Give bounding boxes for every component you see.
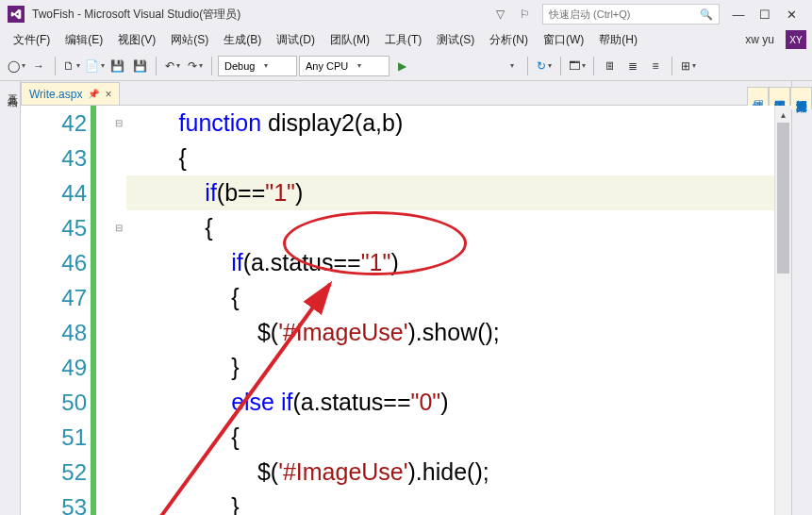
nav-back-button[interactable]: ◯: [6, 56, 26, 76]
fold-toggle: [111, 420, 126, 455]
code-line[interactable]: {: [126, 210, 774, 245]
minimize-button[interactable]: —: [725, 4, 752, 25]
vs-logo-icon: [8, 6, 25, 23]
code-line[interactable]: {: [126, 141, 774, 175]
fold-toggle: [111, 490, 126, 515]
menu-site[interactable]: 网站(S): [163, 29, 216, 51]
platform-combo[interactable]: Any CPU: [299, 56, 389, 76]
line-number-gutter: 424344454647484950515253: [21, 106, 111, 515]
menu-edit[interactable]: 编辑(E): [58, 29, 110, 51]
nav-forward-button[interactable]: →: [28, 56, 49, 76]
line-number: 45: [21, 210, 87, 245]
fold-toggle: [111, 315, 126, 350]
code-line[interactable]: }: [126, 350, 774, 385]
fold-toggle[interactable]: ⊟: [111, 210, 126, 245]
outdent-button[interactable]: ≡: [645, 56, 666, 76]
fold-toggle: [111, 245, 126, 280]
window-title: TwoFish - Microsoft Visual Studio(管理员): [32, 7, 488, 23]
indent-button[interactable]: ≣: [622, 56, 643, 76]
line-number: 43: [21, 141, 87, 175]
toolbox-tab[interactable]: 工具箱: [0, 81, 21, 515]
right-tool-tabs: 解决方案资源管理器 团队资源管理器 属性: [791, 81, 812, 515]
line-number: 51: [21, 420, 87, 455]
document-tabs: Write.aspx 📌 ×: [21, 81, 791, 106]
feedback-icon[interactable]: ⚐: [516, 6, 533, 23]
menu-tools[interactable]: 工具(T): [377, 29, 429, 51]
undo-button[interactable]: ↶: [162, 56, 183, 76]
code-line[interactable]: else if(a.status=="0"): [126, 385, 774, 420]
separator: [671, 57, 672, 75]
pin-icon[interactable]: 📌: [88, 89, 99, 99]
code-line[interactable]: function display2(a,b): [126, 106, 774, 141]
menu-window[interactable]: 窗口(W): [536, 29, 591, 51]
properties-button[interactable]: 🗏: [600, 56, 621, 76]
fold-column: ⊟⊟: [111, 106, 126, 515]
code-line[interactable]: $('#ImageUse').show();: [126, 315, 774, 350]
config-combo[interactable]: Debug: [218, 56, 297, 76]
code-line[interactable]: $('#ImageUse').hide();: [126, 455, 774, 490]
add-item-button[interactable]: 📄: [84, 56, 105, 76]
code-line[interactable]: if(b=="1"): [126, 175, 774, 210]
save-button[interactable]: 💾: [107, 56, 127, 76]
fold-toggle: [111, 280, 126, 315]
separator: [593, 57, 594, 75]
line-number: 50: [21, 385, 87, 420]
fold-toggle: [111, 455, 126, 490]
separator: [156, 57, 157, 75]
line-number: 53: [21, 490, 87, 515]
line-number: 47: [21, 280, 87, 315]
close-tab-icon[interactable]: ×: [105, 88, 111, 101]
close-button[interactable]: ✕: [778, 4, 804, 25]
search-icon: 🔍: [700, 8, 713, 21]
separator: [211, 57, 212, 75]
menu-team[interactable]: 团队(M): [323, 29, 377, 51]
line-number: 49: [21, 350, 87, 385]
separator: [527, 57, 528, 75]
user-name[interactable]: xw yu: [737, 30, 782, 49]
quick-launch-input[interactable]: 快速启动 (Ctrl+Q)🔍: [542, 4, 720, 25]
start-options[interactable]: [501, 56, 522, 76]
toolbar: ◯ → 🗋 📄 💾 💾 ↶ ↷ Debug Any CPU ▶ ↻ 🗔 🗏 ≣ …: [0, 51, 812, 81]
fold-toggle: [111, 350, 126, 385]
new-project-button[interactable]: 🗋: [61, 56, 82, 76]
code-editor[interactable]: function display2(a,b) { if(b=="1") { if…: [126, 106, 774, 515]
scroll-up-icon[interactable]: ▴: [775, 106, 791, 123]
menu-help[interactable]: 帮助(H): [591, 29, 645, 51]
browser-link-button[interactable]: ↻: [534, 56, 555, 76]
menu-analyze[interactable]: 分析(N): [482, 29, 536, 51]
code-line[interactable]: {: [126, 420, 774, 455]
code-line[interactable]: if(a.status=="1"): [126, 245, 774, 280]
start-label: [414, 57, 499, 75]
separator: [560, 57, 561, 75]
code-line[interactable]: {: [126, 280, 774, 315]
user-badge[interactable]: XY: [786, 30, 806, 49]
redo-button[interactable]: ↷: [185, 56, 206, 76]
menu-file[interactable]: 文件(F): [6, 29, 58, 51]
comment-button[interactable]: ⊞: [678, 56, 699, 76]
solution-explorer-tab[interactable]: 解决方案资源管理器: [790, 87, 812, 109]
save-all-button[interactable]: 💾: [129, 56, 150, 76]
line-number: 52: [21, 455, 87, 490]
menu-view[interactable]: 视图(V): [110, 29, 163, 51]
menu-test[interactable]: 测试(S): [429, 29, 482, 51]
menu-build[interactable]: 生成(B): [216, 29, 269, 51]
fold-toggle: [111, 141, 126, 175]
file-tab-label: Write.aspx: [29, 88, 82, 101]
line-number: 42: [21, 106, 87, 141]
title-bar: TwoFish - Microsoft Visual Studio(管理员) ▽…: [0, 0, 812, 28]
line-number: 46: [21, 245, 87, 280]
fold-toggle[interactable]: ⊟: [111, 106, 126, 141]
scroll-thumb[interactable]: [777, 123, 789, 274]
line-number: 48: [21, 315, 87, 350]
code-line[interactable]: }: [126, 490, 774, 515]
fold-toggle: [111, 385, 126, 420]
notification-icon[interactable]: ▽: [491, 6, 508, 23]
vertical-scrollbar[interactable]: ▴: [774, 106, 791, 515]
toolbox-button[interactable]: 🗔: [567, 56, 588, 76]
change-indicator: [91, 106, 96, 515]
file-tab[interactable]: Write.aspx 📌 ×: [21, 82, 120, 105]
start-button[interactable]: ▶: [391, 56, 412, 76]
menu-debug[interactable]: 调试(D): [269, 29, 323, 51]
quick-launch-placeholder: 快速启动 (Ctrl+Q): [549, 8, 630, 22]
maximize-button[interactable]: ☐: [752, 4, 778, 25]
